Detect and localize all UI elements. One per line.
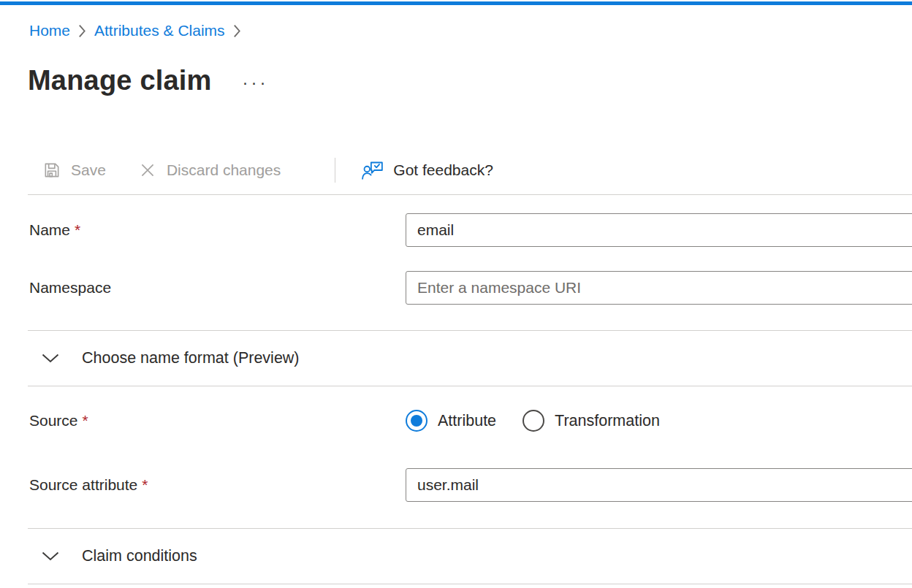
radio-option-attribute[interactable]: Attribute [406, 410, 496, 432]
required-asterisk: * [75, 221, 80, 238]
source-attribute-field-cell [406, 468, 912, 502]
radio-button-icon [522, 410, 544, 432]
choose-name-format-section-header[interactable]: Choose name format (Preview) [29, 331, 912, 386]
radio-transformation-label: Transformation [555, 412, 660, 430]
chevron-down-icon [42, 551, 59, 561]
source-attribute-input[interactable] [406, 468, 912, 502]
breadcrumb-link-attributes-claims[interactable]: Attributes & Claims [94, 20, 225, 41]
section-divider [28, 386, 912, 386]
title-row: Manage claim ··· [28, 63, 912, 98]
required-asterisk: * [142, 476, 148, 493]
namespace-field-label: Namespace [29, 279, 406, 297]
namespace-field-cell [406, 271, 912, 305]
name-field-cell [406, 213, 912, 247]
source-field-label: Source* [29, 412, 406, 429]
source-label-text: Source [29, 412, 78, 429]
choose-name-format-section-label: Choose name format (Preview) [82, 349, 300, 367]
save-button-label: Save [71, 161, 106, 179]
required-asterisk: * [83, 412, 88, 429]
more-options-button[interactable]: ··· [241, 71, 270, 90]
close-x-icon [138, 161, 157, 180]
source-attribute-field-label: Source attribute* [29, 476, 406, 494]
source-attribute-field-row: Source attribute* [29, 468, 912, 502]
namespace-label-text: Namespace [29, 279, 111, 296]
toolbar-divider [28, 194, 912, 195]
source-field-row: Source* Attribute Transformation [29, 404, 912, 438]
radio-button-icon [406, 410, 428, 432]
top-accent-bar [0, 1, 912, 5]
name-field-row: Name* [29, 213, 912, 247]
name-input[interactable] [406, 213, 912, 247]
breadcrumb-separator-icon [78, 24, 86, 38]
claim-conditions-section-header[interactable]: Claim conditions [29, 529, 912, 584]
claim-conditions-section-label: Claim conditions [82, 547, 197, 565]
breadcrumb: Home Attributes & Claims [29, 20, 912, 41]
namespace-field-row: Namespace [29, 271, 912, 305]
command-bar: Save Discard changes Got feedback? [42, 153, 912, 187]
person-speech-bubble-icon [362, 161, 384, 180]
radio-attribute-label: Attribute [438, 412, 496, 430]
namespace-input[interactable] [406, 271, 912, 305]
page-title: Manage claim [28, 63, 212, 98]
source-attribute-label-text: Source attribute [29, 476, 137, 493]
name-field-label: Name* [29, 221, 406, 239]
radio-option-transformation[interactable]: Transformation [522, 410, 660, 432]
toolbar-separator [335, 158, 335, 183]
breadcrumb-link-home[interactable]: Home [29, 20, 70, 41]
chevron-down-icon [42, 354, 59, 363]
floppy-disk-icon [42, 161, 61, 180]
got-feedback-label: Got feedback? [393, 161, 493, 179]
discard-changes-button[interactable]: Discard changes [138, 161, 281, 180]
discard-changes-label: Discard changes [167, 161, 281, 179]
name-label-text: Name [29, 221, 70, 238]
breadcrumb-separator-icon [233, 24, 241, 38]
source-radio-group: Attribute Transformation [406, 410, 660, 432]
got-feedback-button[interactable]: Got feedback? [362, 161, 493, 180]
section-divider [28, 584, 912, 584]
save-button[interactable]: Save [42, 161, 106, 180]
